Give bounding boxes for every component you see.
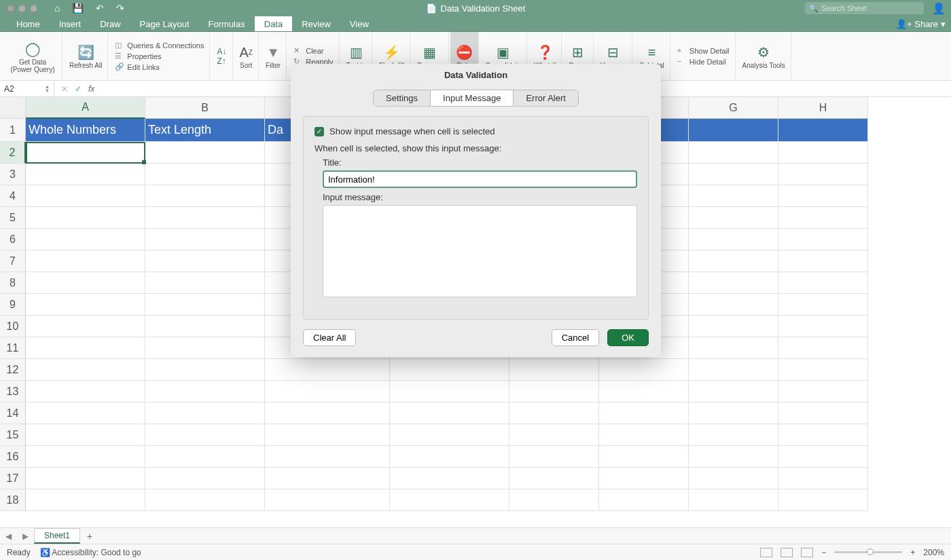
undo-icon[interactable]: ↶ xyxy=(96,3,104,14)
cancel-button[interactable]: Cancel xyxy=(552,329,599,346)
cell-F14[interactable] xyxy=(599,403,689,424)
sheet-nav-prev-icon[interactable]: ◀ xyxy=(0,531,17,541)
dialog-tab-settings[interactable]: Settings xyxy=(374,90,431,106)
row-header-3[interactable]: 3 xyxy=(0,164,26,185)
cell-H4[interactable] xyxy=(778,185,868,207)
cell-H11[interactable] xyxy=(778,337,868,359)
row-header-5[interactable]: 5 xyxy=(0,207,26,229)
cell-B1[interactable]: Text Length xyxy=(145,119,265,142)
row-header-6[interactable]: 6 xyxy=(0,229,26,250)
cell-A11[interactable] xyxy=(26,337,145,359)
input-message-textarea[interactable] xyxy=(323,205,637,297)
analysis-tools-button[interactable]: ⚙Analysis Tools xyxy=(737,32,791,80)
cell-G14[interactable] xyxy=(689,403,778,424)
cell-B17[interactable] xyxy=(145,468,265,489)
cell-H14[interactable] xyxy=(778,403,868,424)
accessibility-status[interactable]: ♿ Accessibility: Good to go xyxy=(40,548,141,557)
row-header-7[interactable]: 7 xyxy=(0,250,26,272)
cell-B16[interactable] xyxy=(145,446,265,468)
cell-E17[interactable] xyxy=(509,468,599,489)
cell-E18[interactable] xyxy=(509,489,599,511)
cell-H7[interactable] xyxy=(778,250,868,272)
cell-F16[interactable] xyxy=(599,446,689,468)
cell-G1[interactable] xyxy=(689,119,778,142)
cell-C14[interactable] xyxy=(265,403,390,424)
cell-H18[interactable] xyxy=(778,489,868,511)
cell-G18[interactable] xyxy=(689,489,778,511)
cell-F15[interactable] xyxy=(599,424,689,446)
edit-links-button[interactable]: 🔗Edit Links xyxy=(115,62,160,72)
cell-C17[interactable] xyxy=(265,468,390,489)
tab-page-layout[interactable]: Page Layout xyxy=(130,16,199,31)
cell-C15[interactable] xyxy=(265,424,390,446)
fill-handle[interactable] xyxy=(142,160,146,164)
cell-A17[interactable] xyxy=(26,468,145,489)
cell-H10[interactable] xyxy=(778,316,868,337)
fx-icon[interactable]: fx xyxy=(88,84,94,94)
cell-D14[interactable] xyxy=(390,403,509,424)
column-header-H[interactable]: H xyxy=(778,97,868,119)
cell-B9[interactable] xyxy=(145,294,265,316)
zoom-level[interactable]: 200% xyxy=(923,548,944,557)
clear-filter-button[interactable]: ✕Clear xyxy=(293,46,323,56)
zoom-out-button[interactable]: − xyxy=(821,548,826,557)
tab-insert[interactable]: Insert xyxy=(50,16,91,31)
cell-A4[interactable] xyxy=(26,185,145,207)
queries-button[interactable]: ◫Queries & Connections xyxy=(115,41,204,50)
tab-formulas[interactable]: Formulas xyxy=(199,16,255,31)
tab-home[interactable]: Home xyxy=(7,16,50,31)
cell-A8[interactable] xyxy=(26,272,145,294)
cell-D18[interactable] xyxy=(390,489,509,511)
cell-D13[interactable] xyxy=(390,381,509,403)
cell-G17[interactable] xyxy=(689,468,778,489)
sort-az-button[interactable]: A↓Z↑ xyxy=(211,32,232,80)
cell-H12[interactable] xyxy=(778,359,868,381)
cell-E15[interactable] xyxy=(509,424,599,446)
row-header-4[interactable]: 4 xyxy=(0,185,26,207)
cell-A3[interactable] xyxy=(26,164,145,185)
cell-G4[interactable] xyxy=(689,185,778,207)
cell-F12[interactable] xyxy=(599,359,689,381)
cell-A9[interactable] xyxy=(26,294,145,316)
row-header-12[interactable]: 12 xyxy=(0,359,26,381)
cell-H17[interactable] xyxy=(778,468,868,489)
cell-A7[interactable] xyxy=(26,250,145,272)
cell-G13[interactable] xyxy=(689,381,778,403)
cell-F13[interactable] xyxy=(599,381,689,403)
cell-G16[interactable] xyxy=(689,446,778,468)
row-header-17[interactable]: 17 xyxy=(0,468,26,489)
cell-G6[interactable] xyxy=(689,229,778,250)
row-header-11[interactable]: 11 xyxy=(0,337,26,359)
show-detail-button[interactable]: +Show Detail xyxy=(677,46,730,56)
cell-H3[interactable] xyxy=(778,164,868,185)
cell-D12[interactable] xyxy=(390,359,509,381)
cell-A14[interactable] xyxy=(26,403,145,424)
cell-E12[interactable] xyxy=(509,359,599,381)
cell-A13[interactable] xyxy=(26,381,145,403)
tab-draw[interactable]: Draw xyxy=(90,16,130,31)
get-data-button[interactable]: ◯Get Data (Power Query) xyxy=(3,32,62,80)
cell-B14[interactable] xyxy=(145,403,265,424)
cell-B4[interactable] xyxy=(145,185,265,207)
name-box[interactable]: A2 ▲▼ xyxy=(0,81,54,96)
cell-B7[interactable] xyxy=(145,250,265,272)
cell-B3[interactable] xyxy=(145,164,265,185)
cell-G5[interactable] xyxy=(689,207,778,229)
cancel-formula-icon[interactable]: ✕ xyxy=(61,84,68,94)
cell-H5[interactable] xyxy=(778,207,868,229)
cell-A1[interactable]: Whole Numbers xyxy=(26,119,145,142)
cell-B13[interactable] xyxy=(145,381,265,403)
chevron-updown-icon[interactable]: ▲▼ xyxy=(45,85,50,93)
ok-button[interactable]: OK xyxy=(607,329,649,346)
cell-B18[interactable] xyxy=(145,489,265,511)
normal-view-icon[interactable] xyxy=(760,548,772,557)
cell-A5[interactable] xyxy=(26,207,145,229)
show-input-message-checkbox[interactable]: ✓ Show input message when cell is select… xyxy=(315,126,637,136)
share-button[interactable]: 👤+ Share ▾ xyxy=(896,16,946,31)
cell-A16[interactable] xyxy=(26,446,145,468)
filter-button[interactable]: ▼Filter xyxy=(260,32,287,80)
row-header-2[interactable]: 2 xyxy=(0,142,26,164)
cell-E13[interactable] xyxy=(509,381,599,403)
row-header-8[interactable]: 8 xyxy=(0,272,26,294)
cell-G9[interactable] xyxy=(689,294,778,316)
